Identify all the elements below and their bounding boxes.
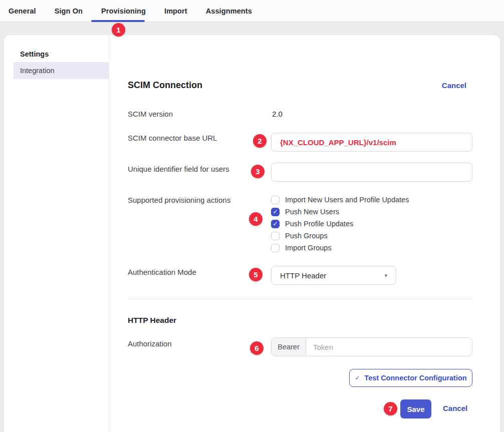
base-url-label: SCIM connector base URL	[128, 134, 217, 142]
sidebar-header: Settings	[20, 50, 49, 58]
base-url-input[interactable]	[271, 133, 472, 152]
tab-import[interactable]: Import	[164, 7, 187, 15]
settings-sidebar: Settings Integration	[4, 35, 109, 432]
unique-id-label: Unique identifier field for users	[128, 165, 229, 173]
checkbox-label: Push New Users	[285, 208, 339, 216]
bearer-prefix: Bearer	[272, 338, 306, 356]
tab-provisioning[interactable]: Provisioning	[101, 7, 146, 15]
callout-badge-1: 1	[112, 23, 125, 37]
callout-badge-4: 4	[249, 212, 263, 226]
auth-mode-selected-value: HTTP Header	[280, 271, 326, 280]
checkbox-label: Import Groups	[285, 244, 332, 252]
checkbox-box[interactable]: ✓	[271, 244, 280, 252]
checkbox-label: Push Profile Updates	[285, 220, 353, 228]
token-input[interactable]	[306, 338, 472, 356]
cancel-link-top[interactable]: Cancel	[442, 81, 466, 90]
provisioning-actions-group: ✓ Import New Users and Profile Updates ✓…	[271, 194, 481, 254]
checkbox-box[interactable]: ✓	[271, 208, 280, 216]
checkbox-box[interactable]: ✓	[271, 232, 280, 240]
check-icon: ✓	[355, 374, 360, 381]
chevron-down-icon: ▾	[384, 272, 387, 279]
callout-badge-5: 5	[249, 268, 263, 281]
cancel-link-bottom[interactable]: Cancel	[443, 404, 467, 412]
active-tab-indicator	[91, 20, 145, 22]
callout-badge-2: 2	[253, 134, 267, 148]
checkbox-box[interactable]: ✓	[271, 196, 280, 204]
checkbox-push-groups[interactable]: ✓ Push Groups	[271, 230, 481, 242]
unique-id-input[interactable]	[271, 163, 472, 182]
provisioning-actions-label: Supported provisioning actions	[128, 196, 230, 204]
check-icon: ✓	[273, 209, 278, 215]
callout-badge-6: 6	[250, 341, 264, 355]
checkbox-push-new-users[interactable]: ✓ Push New Users	[271, 206, 481, 218]
checkbox-push-profile-updates[interactable]: ✓ Push Profile Updates	[271, 218, 481, 230]
scim-connection-form: SCIM Connection Cancel SCIM version 2.0 …	[109, 35, 500, 432]
scim-version-label: SCIM version	[128, 110, 173, 118]
auth-mode-select[interactable]: HTTP Header ▾	[271, 266, 396, 285]
app-tab-bar: General Sign On Provisioning Import Assi…	[0, 0, 504, 22]
authorization-label: Authorization	[128, 339, 172, 348]
settings-card: Settings Integration SCIM Connection Can…	[4, 35, 500, 432]
test-button-label: Test Connector Configuration	[364, 374, 466, 382]
tab-assignments[interactable]: Assignments	[206, 7, 252, 15]
checkbox-import-groups[interactable]: ✓ Import Groups	[271, 242, 481, 254]
authorization-input-group: Bearer	[271, 337, 472, 356]
check-icon: ✓	[273, 221, 278, 227]
auth-mode-label: Authentication Mode	[128, 268, 196, 276]
callout-badge-3: 3	[251, 165, 265, 178]
sidebar-item-label: Integration	[20, 67, 55, 75]
checkbox-box[interactable]: ✓	[271, 220, 280, 228]
checkbox-label: Import New Users and Profile Updates	[285, 196, 409, 204]
checkbox-import-new-users[interactable]: ✓ Import New Users and Profile Updates	[271, 194, 481, 206]
page-title: SCIM Connection	[128, 80, 202, 91]
tab-sign-on[interactable]: Sign On	[55, 7, 83, 15]
save-button[interactable]: Save	[400, 399, 431, 418]
checkbox-label: Push Groups	[285, 232, 328, 240]
callout-badge-7: 7	[384, 402, 397, 415]
http-header-section-title: HTTP Header	[128, 316, 176, 325]
tab-general[interactable]: General	[9, 7, 36, 15]
test-connector-configuration-button[interactable]: ✓ Test Connector Configuration	[349, 369, 472, 387]
scim-version-value: 2.0	[272, 110, 283, 118]
section-divider	[128, 299, 472, 299]
sidebar-item-integration[interactable]: Integration	[14, 62, 109, 79]
